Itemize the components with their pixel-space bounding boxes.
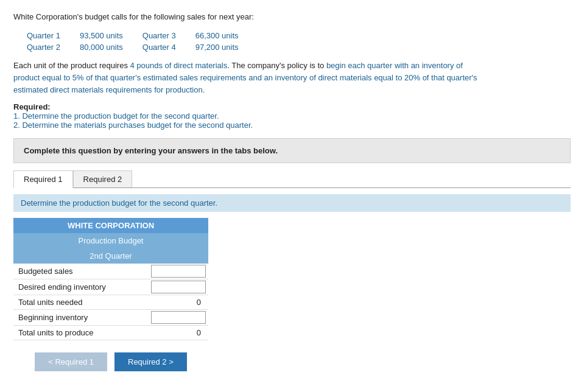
required-title: Required: bbox=[13, 102, 571, 111]
q2-value: 80,000 units bbox=[80, 42, 141, 52]
q2-label: Quarter 2 bbox=[27, 42, 79, 52]
row-label: Total units to produce bbox=[13, 325, 143, 340]
tab-content: Determine the production budget for the … bbox=[13, 188, 571, 377]
prev-button[interactable]: < Required 1 bbox=[35, 352, 107, 371]
row-label: Desired ending inventory bbox=[13, 279, 143, 295]
table-title: WHITE CORPORATION bbox=[13, 218, 208, 233]
required-item-1: 1. Determine the production budget for t… bbox=[13, 111, 571, 121]
row-input[interactable] bbox=[151, 311, 206, 324]
row-input[interactable] bbox=[151, 265, 206, 278]
body-text: Each unit of the product requires 4 poun… bbox=[13, 60, 571, 96]
row-label: Budgeted sales bbox=[13, 264, 143, 279]
q3-label: Quarter 3 bbox=[142, 30, 194, 41]
table-row: Desired ending inventory bbox=[13, 279, 208, 295]
q4-value: 97,200 units bbox=[195, 42, 257, 52]
table-period: 2nd Quarter bbox=[13, 248, 208, 264]
tab-required-1[interactable]: Required 1 bbox=[13, 170, 73, 188]
table-row: Total units needed0 bbox=[13, 295, 208, 309]
row-label: Total units needed bbox=[13, 295, 143, 309]
next-button[interactable]: Required 2 > bbox=[114, 352, 187, 371]
quarters-table: Quarter 1 93,500 units Quarter 3 66,300 … bbox=[26, 29, 258, 54]
row-label: Beginning inventory bbox=[13, 309, 143, 325]
q4-label: Quarter 4 bbox=[142, 42, 194, 52]
table-subtitle: Production Budget bbox=[13, 233, 208, 248]
q1-label: Quarter 1 bbox=[27, 30, 79, 41]
question-box: Complete this question by entering your … bbox=[13, 138, 571, 163]
row-total: 0 bbox=[143, 325, 208, 340]
row-total: 0 bbox=[143, 295, 208, 309]
tab-required-2[interactable]: Required 2 bbox=[73, 170, 133, 187]
required-item-2: 2. Determine the materials purchases bud… bbox=[13, 121, 571, 130]
budget-table: WHITE CORPORATION Production Budget 2nd … bbox=[13, 218, 208, 340]
required-section: Required: 1. Determine the production bu… bbox=[13, 102, 571, 130]
bottom-buttons: < Required 1 Required 2 > bbox=[13, 352, 208, 371]
row-input[interactable] bbox=[151, 281, 206, 293]
q1-value: 93,500 units bbox=[80, 30, 141, 41]
intro-opening: White Corporation's budget calls for the… bbox=[13, 11, 571, 23]
table-row: Beginning inventory bbox=[13, 309, 208, 325]
tab-instruction: Determine the production budget for the … bbox=[13, 194, 571, 212]
table-row: Budgeted sales bbox=[13, 264, 208, 279]
q3-value: 66,300 units bbox=[195, 30, 257, 41]
table-row: Total units to produce0 bbox=[13, 325, 208, 340]
tabs-container: Required 1 Required 2 bbox=[13, 170, 571, 188]
